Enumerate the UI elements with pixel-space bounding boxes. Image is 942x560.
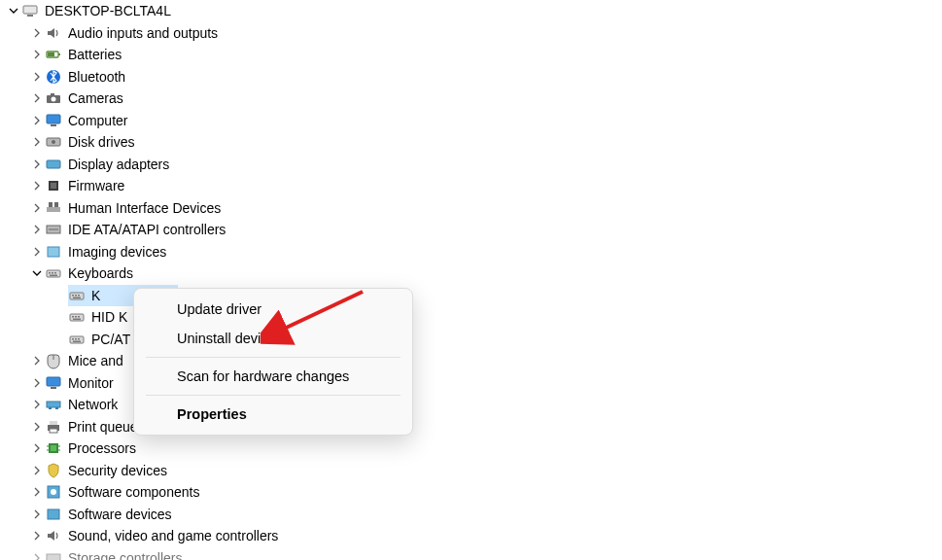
security-device-icon xyxy=(45,462,62,479)
software-component-icon xyxy=(45,483,62,501)
svg-rect-0 xyxy=(23,6,37,14)
category-sw-components[interactable]: Software components xyxy=(0,481,923,504)
speaker-icon xyxy=(45,24,62,42)
svg-rect-30 xyxy=(78,295,80,297)
category-label: Software components xyxy=(68,481,199,503)
svg-rect-46 xyxy=(49,407,52,409)
chevron-down-icon[interactable] xyxy=(29,268,45,278)
chevron-right-icon[interactable] xyxy=(29,116,45,125)
svg-rect-44 xyxy=(51,387,56,389)
svg-rect-41 xyxy=(73,340,81,342)
menu-update-driver[interactable]: Update driver xyxy=(134,295,412,324)
chevron-right-icon[interactable] xyxy=(29,159,45,169)
menu-scan-hardware[interactable]: Scan for hardware changes xyxy=(134,362,412,391)
chevron-right-icon[interactable] xyxy=(29,93,45,103)
category-processors[interactable]: Processors xyxy=(0,438,923,460)
svg-rect-8 xyxy=(51,93,54,95)
chevron-right-icon[interactable] xyxy=(29,203,45,213)
svg-rect-10 xyxy=(51,124,56,126)
svg-rect-17 xyxy=(49,202,52,207)
menu-properties[interactable]: Properties xyxy=(134,400,412,429)
monitor-icon xyxy=(45,374,62,392)
category-cameras[interactable]: Cameras xyxy=(0,88,923,110)
svg-point-12 xyxy=(52,140,55,144)
display-adapter-icon xyxy=(45,156,62,173)
category-batteries[interactable]: Batteries xyxy=(0,44,923,66)
chevron-right-icon[interactable] xyxy=(29,137,45,147)
chevron-right-icon[interactable] xyxy=(29,181,45,191)
svg-point-7 xyxy=(52,97,56,102)
chevron-right-icon[interactable] xyxy=(29,487,45,497)
imaging-device-icon xyxy=(45,243,62,261)
category-display-adapters[interactable]: Display adapters xyxy=(0,154,923,176)
chevron-right-icon[interactable] xyxy=(29,443,45,453)
battery-icon xyxy=(45,46,62,63)
category-keyboards[interactable]: Keyboards xyxy=(0,262,923,285)
chevron-right-icon[interactable] xyxy=(29,225,45,234)
category-label: Software devices xyxy=(68,504,172,525)
svg-rect-3 xyxy=(58,53,60,55)
svg-rect-33 xyxy=(72,316,74,318)
svg-rect-31 xyxy=(73,297,81,298)
keyboard-icon xyxy=(68,331,86,348)
tree-root-label: DESKTOP-BCLTA4L xyxy=(45,0,171,21)
svg-rect-26 xyxy=(50,275,57,277)
category-label: Audio inputs and outputs xyxy=(68,22,218,44)
category-security[interactable]: Security devices xyxy=(0,460,923,482)
category-bluetooth[interactable]: Bluetooth xyxy=(0,66,923,88)
device-label: K xyxy=(91,285,100,306)
category-hid[interactable]: Human Interface Devices xyxy=(0,197,923,220)
svg-rect-28 xyxy=(72,295,74,297)
category-firmware[interactable]: Firmware xyxy=(0,175,923,197)
category-sw-devices[interactable]: Software devices xyxy=(0,504,923,526)
camera-icon xyxy=(45,89,62,107)
svg-rect-35 xyxy=(78,316,80,318)
monitor-icon xyxy=(45,112,62,129)
menu-separator xyxy=(146,395,401,396)
svg-rect-23 xyxy=(49,272,51,274)
chevron-right-icon[interactable] xyxy=(29,509,45,519)
category-label: Batteries xyxy=(68,44,122,65)
chevron-right-icon[interactable] xyxy=(29,356,45,366)
category-label: Imaging devices xyxy=(68,241,166,262)
computer-root-icon xyxy=(21,2,39,19)
category-label: Computer xyxy=(68,110,127,131)
category-label: Network xyxy=(68,394,118,415)
svg-rect-39 xyxy=(75,338,77,340)
storage-controller-icon xyxy=(45,549,62,560)
svg-rect-4 xyxy=(48,52,54,56)
category-storage[interactable]: Storage controllers xyxy=(0,547,923,561)
chevron-right-icon[interactable] xyxy=(29,378,45,388)
menu-uninstall-device[interactable]: Uninstall device xyxy=(134,324,412,353)
svg-rect-47 xyxy=(55,407,58,409)
category-imaging[interactable]: Imaging devices xyxy=(0,241,923,263)
category-sound[interactable]: Sound, video and game controllers xyxy=(0,525,923,547)
chevron-right-icon[interactable] xyxy=(29,400,45,409)
chevron-right-icon[interactable] xyxy=(29,531,45,541)
category-label: Disk drives xyxy=(68,131,134,153)
category-label: Firmware xyxy=(68,175,124,196)
svg-point-58 xyxy=(51,489,56,495)
chevron-right-icon[interactable] xyxy=(29,466,45,475)
category-audio-io[interactable]: Audio inputs and outputs xyxy=(0,22,923,45)
device-tree: DESKTOP-BCLTA4L Audio inputs and outputs… xyxy=(0,0,923,560)
network-adapter-icon xyxy=(45,396,62,413)
device-label: HID K xyxy=(91,306,127,328)
category-label: Storage controllers xyxy=(68,547,183,560)
chevron-right-icon[interactable] xyxy=(29,28,45,38)
keyboard-icon xyxy=(68,287,86,304)
tree-root-node[interactable]: DESKTOP-BCLTA4L xyxy=(0,0,923,22)
svg-rect-60 xyxy=(47,554,60,560)
chevron-right-icon[interactable] xyxy=(29,422,45,432)
svg-rect-21 xyxy=(48,247,59,257)
svg-rect-43 xyxy=(47,377,60,386)
chevron-right-icon[interactable] xyxy=(29,247,45,257)
chevron-right-icon[interactable] xyxy=(29,72,45,82)
device-tree-viewport[interactable]: DESKTOP-BCLTA4L Audio inputs and outputs… xyxy=(0,0,923,560)
category-ide[interactable]: IDE ATA/ATAPI controllers xyxy=(0,219,923,241)
chevron-right-icon[interactable] xyxy=(29,50,45,59)
category-computer[interactable]: Computer xyxy=(0,110,923,132)
chevron-right-icon[interactable] xyxy=(29,553,45,560)
chevron-down-icon[interactable] xyxy=(6,6,21,16)
category-disk-drives[interactable]: Disk drives xyxy=(0,131,923,154)
